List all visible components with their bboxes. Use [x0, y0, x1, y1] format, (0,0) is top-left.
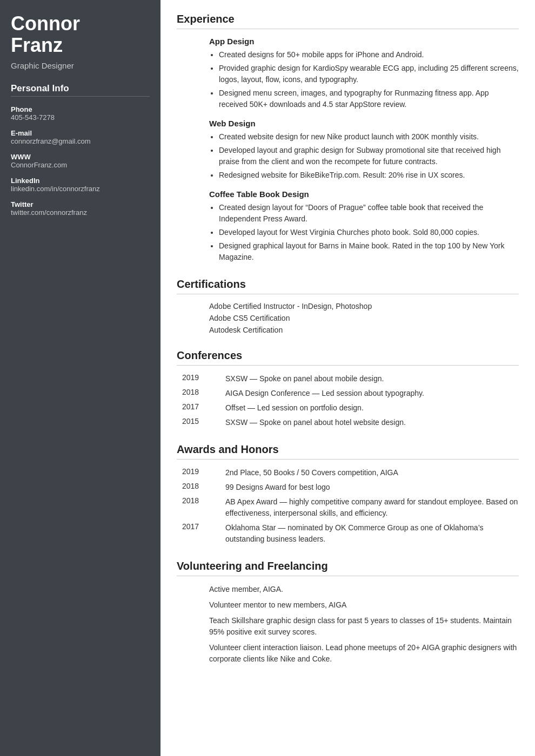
- cert-list: Adobe Certified Instructor - InDesign, P…: [177, 302, 519, 334]
- coffee-book-title: Coffee Table Book Design: [209, 190, 519, 199]
- experience-heading: Experience: [177, 13, 519, 29]
- linkedin-label: LinkedIn: [11, 177, 150, 185]
- award-row: 2018 AB Apex Award — highly competitive …: [177, 496, 519, 519]
- coffee-book-bullets: Created design layout for “Doors of Prag…: [209, 202, 519, 263]
- award-year: 2017: [177, 522, 225, 531]
- conference-year: 2018: [177, 388, 225, 396]
- conferences-list: 2019 SXSW — Spoke on panel about mobile …: [177, 373, 519, 428]
- www-item: WWW ConnorFranz.com: [11, 153, 150, 169]
- volunteering-heading: Volunteering and Freelancing: [177, 560, 519, 576]
- app-design-subsection: App Design Created designs for 50+ mobil…: [177, 37, 519, 110]
- conference-desc: AIGA Design Conference — Led session abo…: [225, 388, 519, 399]
- award-row: 2019 2nd Place, 50 Books / 50 Covers com…: [177, 467, 519, 478]
- cert-item: Adobe CS5 Certification: [209, 314, 519, 322]
- list-item: Developed layout for West Virginia Churc…: [219, 227, 519, 238]
- www-label: WWW: [11, 153, 150, 161]
- app-design-title: App Design: [209, 37, 519, 46]
- list-item: Designed graphical layout for Barns in M…: [219, 240, 519, 263]
- certifications-section: Certifications Adobe Certified Instructo…: [177, 278, 519, 334]
- volunteering-section: Volunteering and Freelancing Active memb…: [177, 560, 519, 665]
- awards-heading: Awards and Honors: [177, 443, 519, 460]
- list-item: Provided graphic design for KardioSpy we…: [219, 63, 519, 85]
- conference-row: 2019 SXSW — Spoke on panel about mobile …: [177, 373, 519, 384]
- coffee-book-subsection: Coffee Table Book Design Created design …: [177, 190, 519, 263]
- sidebar: Connor Franz Graphic Designer Personal I…: [0, 0, 160, 756]
- first-name: Connor: [11, 12, 80, 35]
- phone-label: Phone: [11, 105, 150, 113]
- cert-item: Adobe Certified Instructor - InDesign, P…: [209, 302, 519, 310]
- volunteering-list: Active member, AIGA. Volunteer mentor to…: [177, 584, 519, 665]
- app-design-bullets: Created designs for 50+ mobile apps for …: [209, 49, 519, 110]
- vol-item: Volunteer client interaction liaison. Le…: [209, 642, 519, 665]
- conference-row: 2018 AIGA Design Conference — Led sessio…: [177, 388, 519, 399]
- twitter-value: twitter.com/connorzfranz: [11, 208, 150, 217]
- list-item: Created website design for new Nike prod…: [219, 131, 519, 143]
- list-item: Created designs for 50+ mobile apps for …: [219, 49, 519, 60]
- conference-desc: SXSW — Spoke on panel about mobile desig…: [225, 373, 519, 384]
- email-item: E-mail connorzfranz@gmail.com: [11, 129, 150, 145]
- award-desc: 99 Designs Award for best logo: [225, 482, 519, 493]
- conference-year: 2015: [177, 417, 225, 426]
- twitter-label: Twitter: [11, 200, 150, 208]
- award-row: 2018 99 Designs Award for best logo: [177, 482, 519, 493]
- list-item: Created design layout for “Doors of Prag…: [219, 202, 519, 225]
- vol-item: Volunteer mentor to new members, AIGA: [209, 599, 519, 611]
- award-desc: Oklahoma Star — nominated by OK Commerce…: [225, 522, 519, 545]
- phone-value: 405-543-7278: [11, 113, 150, 122]
- conference-year: 2017: [177, 402, 225, 411]
- list-item: Developed layout and graphic design for …: [219, 145, 519, 167]
- certifications-heading: Certifications: [177, 278, 519, 294]
- list-item: Designed menu screen, images, and typogr…: [219, 87, 519, 110]
- award-desc: 2nd Place, 50 Books / 50 Covers competit…: [225, 467, 519, 478]
- conference-desc: SXSW — Spoke on panel about hotel websit…: [225, 417, 519, 428]
- web-design-title: Web Design: [209, 119, 519, 128]
- award-desc: AB Apex Award — highly competitive compa…: [225, 496, 519, 519]
- main-content: Experience App Design Created designs fo…: [160, 0, 535, 756]
- conference-year: 2019: [177, 373, 225, 382]
- awards-list: 2019 2nd Place, 50 Books / 50 Covers com…: [177, 467, 519, 545]
- vol-item: Teach Skillshare graphic design class fo…: [209, 615, 519, 638]
- experience-section: Experience App Design Created designs fo…: [177, 13, 519, 263]
- twitter-item: Twitter twitter.com/connorzfranz: [11, 200, 150, 217]
- conferences-section: Conferences 2019 SXSW — Spoke on panel a…: [177, 349, 519, 428]
- list-item: Redesigned website for BikeBikeTrip.com.…: [219, 170, 519, 181]
- name-heading: Connor Franz: [11, 13, 150, 56]
- award-year: 2018: [177, 482, 225, 490]
- email-value: connorzfranz@gmail.com: [11, 137, 150, 145]
- award-year: 2018: [177, 496, 225, 505]
- www-value: ConnorFranz.com: [11, 161, 150, 169]
- last-name: Franz: [11, 34, 63, 56]
- web-design-bullets: Created website design for new Nike prod…: [209, 131, 519, 181]
- conference-row: 2017 Offset — Led session on portfolio d…: [177, 402, 519, 414]
- awards-section: Awards and Honors 2019 2nd Place, 50 Boo…: [177, 443, 519, 545]
- cert-item: Autodesk Certification: [209, 326, 519, 334]
- job-title: Graphic Designer: [11, 61, 150, 70]
- phone-item: Phone 405-543-7278: [11, 105, 150, 122]
- conference-desc: Offset — Led session on portfolio design…: [225, 402, 519, 414]
- email-label: E-mail: [11, 129, 150, 137]
- personal-info-heading: Personal Info: [11, 83, 150, 97]
- web-design-subsection: Web Design Created website design for ne…: [177, 119, 519, 181]
- linkedin-item: LinkedIn linkedin.com/in/connorzfranz: [11, 177, 150, 193]
- linkedin-value: linkedin.com/in/connorzfranz: [11, 185, 150, 193]
- vol-item: Active member, AIGA.: [209, 584, 519, 595]
- conferences-heading: Conferences: [177, 349, 519, 366]
- award-row: 2017 Oklahoma Star — nominated by OK Com…: [177, 522, 519, 545]
- conference-row: 2015 SXSW — Spoke on panel about hotel w…: [177, 417, 519, 428]
- award-year: 2019: [177, 467, 225, 476]
